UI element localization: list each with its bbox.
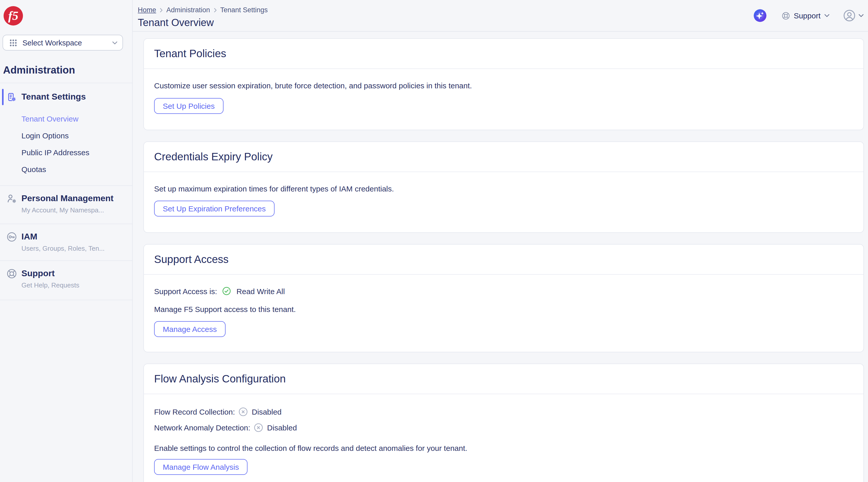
sidebar-item-tenant-settings[interactable]: Tenant Settings <box>0 89 132 105</box>
sidebar-item-tenant-overview[interactable]: Tenant Overview <box>0 110 132 127</box>
workspace-selector-label: Select Workspace <box>23 38 107 47</box>
sidebar-divider <box>0 185 132 186</box>
sidebar-item-subtitle: My Account, My Namespa... <box>22 206 114 214</box>
sidebar-section-heading: Administration <box>3 64 132 76</box>
sidebar: f5 Select Workspace Administration <box>0 0 133 482</box>
manage-access-button[interactable]: Manage Access <box>154 321 225 337</box>
grid-icon <box>9 38 17 47</box>
sidebar-item-support[interactable]: Support Get Help, Requests <box>0 268 132 290</box>
manage-flow-analysis-button[interactable]: Manage Flow Analysis <box>154 459 248 475</box>
page-title: Tenant Overview <box>138 17 268 29</box>
card-title: Tenant Policies <box>154 48 226 60</box>
sidebar-item-subtitle: Get Help, Requests <box>22 281 79 290</box>
topbar: Home Administration Tenant Settings Tena… <box>133 0 868 32</box>
status-value: Disabled <box>267 423 297 432</box>
tenant-policies-card: Tenant Policies Customize user session e… <box>144 38 864 130</box>
tenant-settings-sub-list: Tenant Overview Login Options Public IP … <box>0 110 132 178</box>
sidebar-item-public-ip-addresses[interactable]: Public IP Addresses <box>0 144 132 161</box>
credentials-expiry-policy-card: Credentials Expiry Policy Set up maximum… <box>144 142 864 233</box>
ai-assistant-button[interactable] <box>754 9 767 22</box>
chevron-down-icon <box>824 14 830 18</box>
x-circle-icon <box>254 423 263 432</box>
page-content: Tenant Policies Customize user session e… <box>133 32 868 482</box>
sidebar-divider <box>0 223 132 224</box>
card-title: Credentials Expiry Policy <box>154 151 273 163</box>
sidebar-item-login-options[interactable]: Login Options <box>0 127 132 144</box>
chevron-down-icon <box>112 41 117 44</box>
main-area: Home Administration Tenant Settings Tena… <box>133 0 868 482</box>
set-up-policies-button[interactable]: Set Up Policies <box>154 98 223 114</box>
chevron-right-icon <box>214 7 217 12</box>
status-value: Disabled <box>252 408 282 416</box>
card-description: Enable settings to control the collectio… <box>154 443 853 453</box>
sidebar-item-iam[interactable]: IAM Users, Groups, Roles, Ten... <box>0 231 132 253</box>
chevron-down-icon <box>858 14 864 18</box>
network-anomaly-detection-status: Network Anomaly Detection: Disabled <box>154 422 853 433</box>
person-gear-icon <box>7 193 17 204</box>
card-description: Customize user session expiration, brute… <box>154 81 853 90</box>
flow-analysis-configuration-card: Flow Analysis Configuration Flow Record … <box>144 364 864 482</box>
workspace-selector[interactable]: Select Workspace <box>3 35 123 51</box>
breadcrumb-item: Administration <box>166 6 210 14</box>
key-icon <box>7 232 17 242</box>
sidebar-divider <box>0 261 132 261</box>
card-title: Support Access <box>154 253 228 266</box>
sidebar-divider <box>0 83 132 83</box>
x-circle-icon <box>239 408 248 416</box>
f5-logo-text: f5 <box>8 9 19 23</box>
sidebar-item-subtitle: Users, Groups, Roles, Ten... <box>22 244 104 253</box>
status-label: Support Access is: <box>154 287 217 295</box>
breadcrumb-home-link[interactable]: Home <box>138 6 156 14</box>
sidebar-item-label: Tenant Settings <box>22 92 86 102</box>
life-buoy-icon <box>7 269 17 279</box>
tenant-settings-icon <box>7 92 16 101</box>
sidebar-item-label: IAM <box>22 231 104 242</box>
flow-record-collection-status: Flow Record Collection: Disabled <box>154 406 853 417</box>
chevron-right-icon <box>160 7 163 12</box>
active-accent-bar <box>2 89 4 105</box>
sidebar-item-label: Support <box>22 268 79 279</box>
support-access-status: Support Access is: Read Write All <box>154 286 853 296</box>
card-description: Manage F5 Support access to this tenant. <box>154 304 853 314</box>
check-circle-icon <box>223 287 231 295</box>
card-description: Set up maximum expiration times for diff… <box>154 184 853 193</box>
breadcrumb-item: Tenant Settings <box>220 6 268 14</box>
life-buoy-icon <box>782 11 790 20</box>
status-label: Flow Record Collection: <box>154 408 235 416</box>
support-menu[interactable]: Support <box>782 11 830 20</box>
card-title: Flow Analysis Configuration <box>154 373 286 385</box>
sidebar-divider <box>0 300 132 300</box>
app-window: f5 Select Workspace Administration <box>0 0 868 482</box>
breadcrumb: Home Administration Tenant Settings <box>138 6 268 14</box>
f5-logo-icon: f5 <box>3 6 24 26</box>
avatar <box>843 10 855 22</box>
support-access-card: Support Access Support Access is: Read W… <box>144 244 864 352</box>
status-value: Read Write All <box>237 287 285 295</box>
sidebar-item-label: Personal Management <box>22 193 114 204</box>
status-label: Network Anomaly Detection: <box>154 423 250 432</box>
set-up-expiration-preferences-button[interactable]: Set Up Expiration Preferences <box>154 201 275 216</box>
support-menu-label: Support <box>794 11 820 20</box>
sidebar-item-quotas[interactable]: Quotas <box>0 161 132 178</box>
user-account-menu[interactable] <box>843 10 864 22</box>
sidebar-item-personal-management[interactable]: Personal Management My Account, My Names… <box>0 193 132 214</box>
